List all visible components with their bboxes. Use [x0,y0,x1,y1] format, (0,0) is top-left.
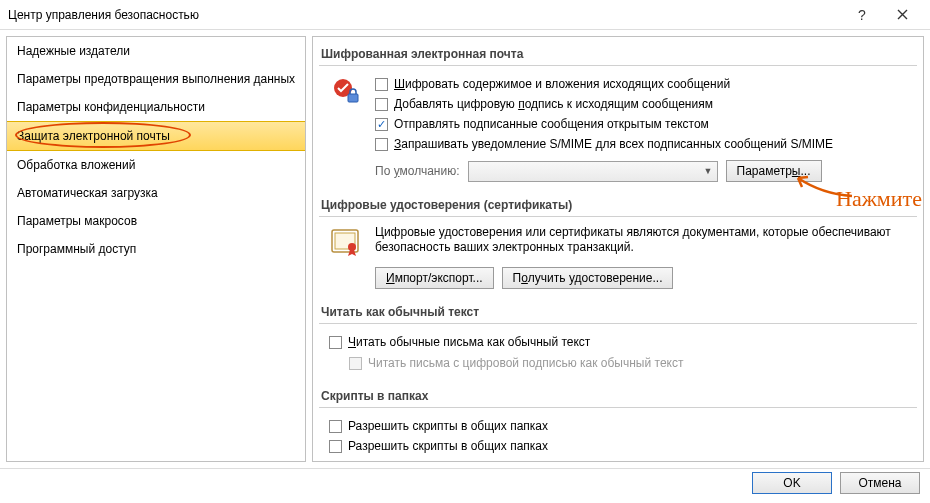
help-icon[interactable]: ? [842,0,882,30]
sidebar-item-auto-download[interactable]: Автоматическая загрузка [7,179,305,207]
sidebar-item-attachments[interactable]: Обработка вложений [7,151,305,179]
section-encrypted-mail: Шифрованная электронная почта [319,41,917,182]
checkbox-encrypt[interactable] [375,78,388,91]
checkbox-receipt[interactable] [375,138,388,151]
checkbox-label: Добавлять цифровую подпись к исходящим с… [394,95,713,113]
section-read-plaintext: Читать как обычный текст Читать обычные … [319,299,917,373]
sidebar-item-label: Программный доступ [17,242,136,256]
chevron-down-icon: ▼ [704,166,713,176]
svg-rect-1 [348,94,358,102]
section-header: Скрипты в папках [319,383,917,408]
checkbox-read-plain[interactable] [329,336,342,349]
sidebar-item-programmatic-access[interactable]: Программный доступ [7,235,305,263]
sidebar-item-label: Надежные издатели [17,44,130,58]
dialog-footer: OK Отмена [0,468,930,497]
checkbox-read-signed-plain [349,357,362,370]
checkbox-scripts-shared2[interactable] [329,440,342,453]
default-label: По умолчанию: [375,164,460,178]
sidebar-item-label: Параметры конфиденциальности [17,100,205,114]
close-icon[interactable] [882,0,922,30]
titlebar: Центр управления безопасностью ? [0,0,930,30]
cert-description: Цифровые удостоверения или сертификаты я… [375,225,913,255]
checkbox-label: Запрашивать уведомление S/MIME для всех … [394,135,833,153]
window-title: Центр управления безопасностью [8,8,842,22]
section-header: Цифровые удостоверения (сертификаты) [319,192,917,217]
cancel-button[interactable]: Отмена [840,472,920,494]
checkbox-label: Разрешить скрипты в общих папках [348,417,548,435]
checkbox-label: Разрешить скрипты в общих папках [348,437,548,455]
checkbox-sign[interactable] [375,98,388,111]
section-scripts: Скрипты в папках Разрешить скрипты в общ… [319,383,917,456]
checkbox-label: Шифровать содержимое и вложения исходящи… [394,75,730,93]
main-panel: Шифрованная электронная почта [312,36,924,462]
sidebar-item-dep[interactable]: Параметры предотвращения выполнения данн… [7,65,305,93]
import-export-button[interactable]: Импорт/экспорт... [375,267,494,289]
section-certificates: Цифровые удостоверения (сертификаты) Циф… [319,192,917,289]
sidebar-item-label: Защита электронной почты [17,129,170,143]
checkbox-label: Читать письма с цифровой подписью как об… [368,354,683,372]
get-certificate-button[interactable]: Получить удостоверение... [502,267,674,289]
sidebar-item-label: Обработка вложений [17,158,135,172]
sidebar-item-label: Параметры предотвращения выполнения данн… [17,72,295,86]
parameters-button[interactable]: Параметры... [726,160,822,182]
sidebar: Надежные издатели Параметры предотвращен… [6,36,306,462]
sidebar-item-macros[interactable]: Параметры макросов [7,207,305,235]
checkbox-scripts-shared[interactable] [329,420,342,433]
certificate-icon [329,227,361,259]
sidebar-item-label: Параметры макросов [17,214,137,228]
section-header: Читать как обычный текст [319,299,917,324]
svg-point-4 [348,243,356,251]
sidebar-item-email-security[interactable]: Защита электронной почты [7,121,305,151]
ok-button[interactable]: OK [752,472,832,494]
checkbox-label: Читать обычные письма как обычный текст [348,333,590,351]
checkbox-label: Отправлять подписанные сообщения открыты… [394,115,709,133]
sidebar-item-trusted-publishers[interactable]: Надежные издатели [7,37,305,65]
checkbox-cleartext[interactable]: ✓ [375,118,388,131]
sidebar-item-privacy[interactable]: Параметры конфиденциальности [7,93,305,121]
section-header: Шифрованная электронная почта [319,41,917,66]
envelope-seal-icon [329,76,361,108]
default-settings-dropdown[interactable]: ▼ [468,161,718,182]
sidebar-item-label: Автоматическая загрузка [17,186,158,200]
